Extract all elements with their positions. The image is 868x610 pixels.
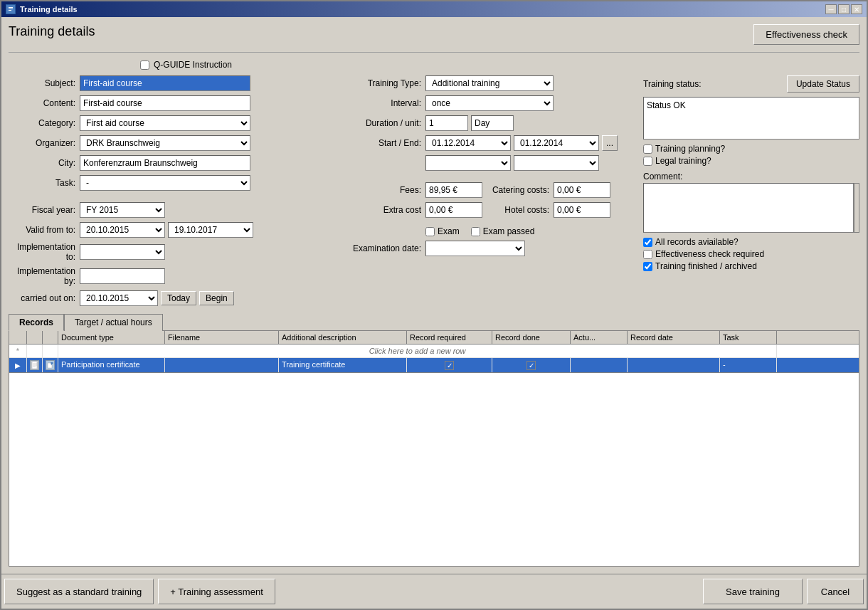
row-record-required: ✓: [407, 358, 492, 372]
col-icon1: [27, 331, 43, 344]
city-input[interactable]: [80, 155, 250, 171]
organizer-select[interactable]: DRK Braunschweig: [80, 135, 250, 151]
duration-input[interactable]: [425, 115, 468, 131]
start-end-row2: [347, 155, 632, 171]
training-finished-label: Training finished / archived: [652, 261, 757, 271]
effectiveness-check-required-checkbox[interactable]: [643, 250, 652, 259]
start-end-label: Start / End:: [347, 138, 425, 148]
carried-out-on-select[interactable]: 20.10.2015: [80, 290, 158, 306]
begin-button[interactable]: Begin: [199, 291, 234, 305]
hotel-costs-label: Hotel costs:: [482, 205, 554, 215]
add-row-text[interactable]: Click here to add a new row: [58, 345, 777, 357]
end-date-select[interactable]: 01.12.2014: [514, 135, 599, 151]
examination-date-label: Examination date:: [347, 243, 425, 253]
maximize-button[interactable]: □: [838, 4, 850, 14]
col-additional-desc: Additional description: [279, 331, 407, 344]
examination-date-row: Examination date:: [347, 241, 632, 256]
row-doc-icon: [27, 358, 43, 372]
implementation-by-row: Implementation by:: [9, 266, 336, 286]
carried-out-on-label: carried out on:: [9, 293, 80, 303]
row-expand-icon[interactable]: ▶: [9, 358, 27, 372]
content-area: Training details Effectiveness check Q-G…: [1, 17, 867, 574]
legal-training-label: Legal training?: [652, 156, 711, 166]
table-row[interactable]: ▶ Participation certificate Training cer…: [9, 358, 859, 373]
end-date2-select[interactable]: [514, 155, 599, 171]
category-select[interactable]: First aid course: [80, 115, 250, 131]
close-button[interactable]: ✕: [851, 4, 862, 14]
table-add-row[interactable]: * Click here to add a new row: [9, 345, 859, 358]
valid-from-select[interactable]: 20.10.2015: [80, 222, 165, 238]
today-button[interactable]: Today: [161, 291, 196, 305]
title-bar: Training details ─ □ ✕: [1, 1, 867, 17]
tab-target-actual[interactable]: Target / actual hours: [64, 314, 163, 331]
start-date2-select[interactable]: [425, 155, 511, 171]
status-textbox: Status OK: [643, 97, 859, 140]
organizer-row: Organizer: DRK Braunschweig: [9, 135, 336, 151]
save-training-button[interactable]: Save training: [703, 579, 803, 604]
comment-label-row: Comment:: [643, 172, 859, 182]
valid-to-select[interactable]: 19.10.2017: [168, 222, 253, 238]
exam-passed-checkbox[interactable]: [471, 227, 480, 236]
add-icon1: [27, 345, 43, 357]
extra-cost-input[interactable]: [425, 202, 482, 218]
row-edit-icon: [43, 358, 58, 372]
window-controls: ─ □ ✕: [825, 4, 862, 14]
col-task: Task: [720, 331, 777, 344]
implementation-to-select[interactable]: [80, 244, 165, 260]
row-additional-desc: Training certificate: [279, 358, 407, 372]
tab-records[interactable]: Records: [9, 314, 64, 331]
start-date-select[interactable]: 01.12.2014: [425, 135, 511, 151]
svg-rect-1: [9, 7, 13, 8]
all-records-checkbox[interactable]: [643, 238, 652, 247]
start-end-row: Start / End: 01.12.2014 01.12.2014 ...: [347, 135, 632, 151]
ellipsis-button[interactable]: ...: [602, 135, 618, 151]
row-record-done: ✓: [492, 358, 571, 372]
subject-input[interactable]: [80, 75, 250, 91]
category-row: Category: First aid course: [9, 115, 336, 131]
star-cell: *: [9, 345, 27, 357]
comment-scrollbar[interactable]: [854, 183, 859, 233]
exam-checkbox[interactable]: [425, 227, 435, 236]
effectiveness-check-button[interactable]: Effectiveness check: [753, 24, 859, 45]
exam-row: Exam Exam passed: [347, 226, 632, 236]
training-finished-checkbox[interactable]: [643, 262, 652, 271]
comment-area: [643, 183, 859, 233]
bottom-right-buttons: Save training Cancel: [703, 579, 864, 604]
fees-input[interactable]: [425, 182, 482, 198]
implementation-by-input[interactable]: [80, 268, 165, 284]
cancel-button[interactable]: Cancel: [807, 579, 864, 604]
legal-training-checkbox[interactable]: [643, 157, 652, 166]
fiscal-year-select[interactable]: FY 2015: [80, 202, 165, 218]
col-actual: Actu...: [571, 331, 628, 344]
row-document-type: Participation certificate: [58, 358, 165, 372]
update-status-button[interactable]: Update Status: [787, 75, 859, 93]
examination-date-select[interactable]: [425, 241, 525, 256]
exam-passed-label: Exam passed: [480, 226, 535, 236]
task-row: Task: -: [9, 175, 336, 191]
bottom-left-buttons: Suggest as a standard training + Trainin…: [4, 579, 275, 604]
catering-costs-input[interactable]: [554, 182, 610, 198]
row-record-date: [628, 358, 720, 372]
fees-row: Fees: Catering costs:: [347, 182, 632, 198]
qguide-row: Q-GUIDE Instruction: [140, 60, 859, 70]
task-select[interactable]: -: [80, 175, 250, 191]
comment-textarea[interactable]: [643, 183, 854, 233]
duration-unit-label: Duration / unit:: [347, 118, 425, 128]
minimize-button[interactable]: ─: [825, 4, 837, 14]
tab-content: Document type Filename Additional descri…: [9, 330, 859, 567]
valid-from-to-row: Valid from to: 20.10.2015 19.10.2017: [9, 222, 336, 238]
add-icon2: [43, 345, 58, 357]
unit-input[interactable]: [471, 115, 514, 131]
suggest-standard-training-button[interactable]: Suggest as a standard training: [4, 579, 154, 604]
top-divider: [9, 52, 859, 53]
right-form-section: Training status: Update Status Status OK…: [643, 75, 859, 310]
implementation-to-label: Implementation to:: [9, 242, 80, 262]
training-type-select[interactable]: Additional training Basic training Manda…: [425, 75, 554, 91]
training-planning-checkbox[interactable]: [643, 144, 652, 154]
hotel-costs-input[interactable]: [554, 202, 610, 218]
qguide-checkbox[interactable]: [140, 61, 149, 70]
content-input[interactable]: [80, 95, 250, 111]
interval-select[interactable]: once annually bi-annually: [425, 95, 554, 111]
content-row: Content:: [9, 95, 336, 111]
training-assessment-button[interactable]: + Training assessment: [158, 579, 275, 604]
